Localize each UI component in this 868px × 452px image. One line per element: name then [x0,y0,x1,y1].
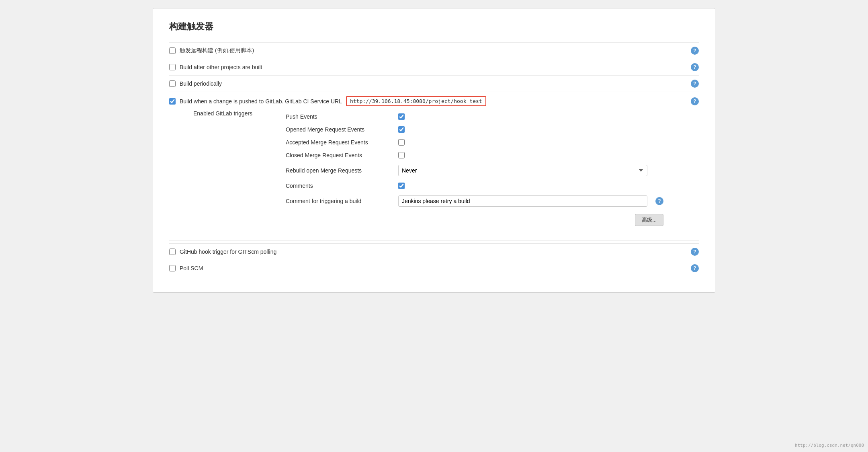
remote-trigger-label: 触发远程构建 (例如,使用脚本) [180,47,687,54]
gitlab-trigger-label: Build when a change is pushed to GitLab.… [180,98,342,105]
enabled-triggers-row: Enabled GitLab triggers Push Events Open… [193,110,699,230]
comments-checkbox[interactable] [398,183,405,189]
trigger-after-other: Build after other projects are built ? [169,59,699,75]
comments-row: Comments [286,179,663,192]
advanced-button[interactable]: 高级... [635,214,663,226]
advanced-row: 高级... [286,210,663,230]
gitlab-url-display: http://39.106.18.45:8080/project/hook_te… [346,96,486,106]
opened-merge-checkbox[interactable] [398,126,405,133]
after-other-checkbox[interactable] [169,64,176,70]
rebuild-select[interactable]: Never On push to source branch On push t… [398,165,647,176]
gitlab-trigger-checkbox[interactable] [169,98,176,105]
remote-trigger-checkbox[interactable] [169,47,176,54]
rebuild-label: Rebuild open Merge Requests [286,167,398,174]
github-hook-help-icon[interactable]: ? [691,248,699,256]
comment-trigger-help-icon[interactable]: ? [655,197,663,205]
comment-trigger-input-row: ? [398,195,663,207]
comment-trigger-input[interactable] [398,195,647,207]
accepted-merge-row: Accepted Merge Request Events [286,136,663,149]
trigger-remote: 触发远程构建 (例如,使用脚本) ? [169,42,699,59]
trigger-poll-scm: Poll SCM ? [169,260,699,276]
push-events-row: Push Events [286,110,663,123]
opened-merge-label: Opened Merge Request Events [286,126,398,133]
comment-trigger-row: Comment for triggering a build ? [286,192,663,210]
rebuild-merge-row: Rebuild open Merge Requests Never On pus… [286,162,663,179]
opened-merge-row: Opened Merge Request Events [286,123,663,136]
trigger-github-hook: GitHub hook trigger for GITScm polling ? [169,243,699,260]
enabled-gitlab-triggers-label: Enabled GitLab triggers [193,110,274,117]
gitlab-trigger-main-row: Build when a change is pushed to GitLab.… [169,96,699,106]
periodically-label: Build periodically [180,80,687,87]
periodically-help-icon[interactable]: ? [691,80,699,88]
gitlab-trigger-section: Build when a change is pushed to GitLab.… [169,92,699,238]
sub-triggers-list: Push Events Opened Merge Request Events … [286,110,663,230]
after-other-label: Build after other projects are built [180,64,687,70]
comment-trigger-label: Comment for triggering a build [286,198,398,204]
closed-merge-label: Closed Merge Request Events [286,152,398,158]
section-title: 构建触发器 [169,21,699,33]
push-events-checkbox[interactable] [398,113,405,120]
push-events-label: Push Events [286,113,398,120]
accepted-merge-label: Accepted Merge Request Events [286,139,398,146]
remote-trigger-help-icon[interactable]: ? [691,47,699,55]
closed-merge-row: Closed Merge Request Events [286,149,663,162]
github-hook-checkbox[interactable] [169,249,176,255]
poll-scm-checkbox[interactable] [169,265,176,271]
bottom-divider [169,240,699,241]
closed-merge-checkbox[interactable] [398,152,405,158]
comments-label: Comments [286,183,398,189]
trigger-periodically: Build periodically ? [169,75,699,92]
gitlab-triggers-container: Enabled GitLab triggers Push Events Open… [169,106,699,234]
after-other-help-icon[interactable]: ? [691,63,699,71]
poll-scm-help-icon[interactable]: ? [691,264,699,272]
gitlab-trigger-help-icon[interactable]: ? [691,97,699,105]
poll-scm-label: Poll SCM [180,265,687,271]
build-triggers-section: 构建触发器 触发远程构建 (例如,使用脚本) ? Build after oth… [153,8,715,293]
github-hook-label: GitHub hook trigger for GITScm polling [180,249,687,255]
periodically-checkbox[interactable] [169,80,176,87]
accepted-merge-checkbox[interactable] [398,139,405,146]
